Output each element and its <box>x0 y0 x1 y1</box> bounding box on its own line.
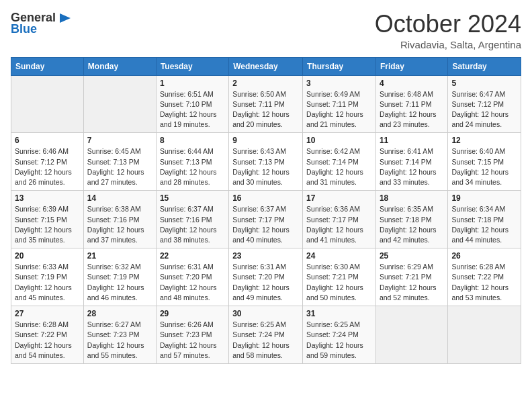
sunrise-text: Sunrise: 6:40 AM <box>451 147 505 155</box>
col-header-tuesday: Tuesday <box>156 57 228 75</box>
calendar-cell <box>83 75 156 133</box>
sunrise-text: Sunrise: 6:42 AM <box>306 147 360 155</box>
day-info: Sunrise: 6:42 AMSunset: 7:14 PMDaylight:… <box>306 146 372 187</box>
calendar-cell: 8Sunrise: 6:44 AMSunset: 7:13 PMDaylight… <box>156 133 228 191</box>
sunset-text: Sunset: 7:19 PM <box>87 273 140 281</box>
day-info: Sunrise: 6:44 AMSunset: 7:13 PMDaylight:… <box>160 146 225 187</box>
sunset-text: Sunset: 7:22 PM <box>451 273 504 281</box>
calendar-cell: 14Sunrise: 6:38 AMSunset: 7:16 PMDayligh… <box>83 191 156 248</box>
sunrise-text: Sunrise: 6:38 AM <box>87 205 141 213</box>
day-number: 7 <box>87 136 152 145</box>
title-block: October 2024 Rivadavia, Salta, Argentina <box>375 11 521 50</box>
sunset-text: Sunset: 7:16 PM <box>160 216 212 224</box>
calendar-table: SundayMondayTuesdayWednesdayThursdayFrid… <box>11 57 521 364</box>
sunrise-text: Sunrise: 6:48 AM <box>380 90 433 98</box>
calendar-cell: 4Sunrise: 6:48 AMSunset: 7:11 PMDaylight… <box>375 75 447 133</box>
day-number: 30 <box>232 309 299 318</box>
sunset-text: Sunset: 7:13 PM <box>160 158 212 166</box>
sunset-text: Sunset: 7:11 PM <box>380 100 432 108</box>
sunset-text: Sunset: 7:15 PM <box>15 216 67 224</box>
calendar-cell: 25Sunrise: 6:29 AMSunset: 7:21 PMDayligh… <box>375 248 447 306</box>
daylight-text: Daylight: 12 hours and 58 minutes. <box>232 341 290 359</box>
daylight-text: Daylight: 12 hours and 57 minutes. <box>160 341 217 359</box>
sunrise-text: Sunrise: 6:36 AM <box>306 205 360 213</box>
daylight-text: Daylight: 12 hours and 34 minutes. <box>451 168 508 186</box>
day-info: Sunrise: 6:46 AMSunset: 7:12 PMDaylight:… <box>15 146 80 187</box>
day-number: 17 <box>306 193 372 203</box>
page: General Blue October 2024 Rivadavia, Sal… <box>0 0 532 411</box>
sunset-text: Sunset: 7:18 PM <box>380 216 432 224</box>
daylight-text: Daylight: 12 hours and 38 minutes. <box>160 226 217 244</box>
daylight-text: Daylight: 12 hours and 26 minutes. <box>15 168 72 186</box>
daylight-text: Daylight: 12 hours and 46 minutes. <box>87 283 144 302</box>
calendar-header-row: SundayMondayTuesdayWednesdayThursdayFrid… <box>11 57 521 75</box>
sunrise-text: Sunrise: 6:31 AM <box>160 263 214 271</box>
day-info: Sunrise: 6:31 AMSunset: 7:20 PMDaylight:… <box>232 262 299 303</box>
sunset-text: Sunset: 7:23 PM <box>160 330 212 338</box>
daylight-text: Daylight: 12 hours and 23 minutes. <box>380 110 437 128</box>
calendar-cell: 29Sunrise: 6:26 AMSunset: 7:23 PMDayligh… <box>156 306 228 364</box>
day-info: Sunrise: 6:28 AMSunset: 7:22 PMDaylight:… <box>451 262 517 303</box>
main-title: October 2024 <box>375 11 521 38</box>
sunrise-text: Sunrise: 6:25 AM <box>232 320 286 328</box>
day-number: 27 <box>15 309 80 318</box>
sunset-text: Sunset: 7:14 PM <box>380 158 432 166</box>
sunset-text: Sunset: 7:11 PM <box>232 100 285 108</box>
day-number: 13 <box>15 193 80 203</box>
sunset-text: Sunset: 7:21 PM <box>306 273 359 281</box>
daylight-text: Daylight: 12 hours and 31 minutes. <box>306 168 363 186</box>
day-number: 3 <box>306 79 372 88</box>
daylight-text: Daylight: 12 hours and 21 minutes. <box>306 110 363 128</box>
subtitle: Rivadavia, Salta, Argentina <box>375 39 521 50</box>
sunset-text: Sunset: 7:15 PM <box>451 158 504 166</box>
sunrise-text: Sunrise: 6:34 AM <box>451 205 505 213</box>
daylight-text: Daylight: 12 hours and 55 minutes. <box>87 341 144 359</box>
daylight-text: Daylight: 12 hours and 35 minutes. <box>15 226 72 244</box>
day-number: 28 <box>87 309 152 318</box>
day-info: Sunrise: 6:35 AMSunset: 7:18 PMDaylight:… <box>380 204 444 245</box>
day-number: 22 <box>160 251 225 261</box>
day-info: Sunrise: 6:37 AMSunset: 7:16 PMDaylight:… <box>160 204 225 245</box>
daylight-text: Daylight: 12 hours and 53 minutes. <box>451 283 508 302</box>
daylight-text: Daylight: 12 hours and 20 minutes. <box>232 110 290 128</box>
day-info: Sunrise: 6:50 AMSunset: 7:11 PMDaylight:… <box>232 89 299 130</box>
day-info: Sunrise: 6:26 AMSunset: 7:23 PMDaylight:… <box>160 320 225 361</box>
daylight-text: Daylight: 12 hours and 30 minutes. <box>232 168 290 186</box>
daylight-text: Daylight: 12 hours and 45 minutes. <box>15 283 72 302</box>
day-number: 6 <box>15 136 80 145</box>
calendar-week-1: 1Sunrise: 6:51 AMSunset: 7:10 PMDaylight… <box>11 75 521 133</box>
header: General Blue October 2024 Rivadavia, Sal… <box>11 11 521 50</box>
day-number: 20 <box>15 251 80 261</box>
calendar-cell: 9Sunrise: 6:43 AMSunset: 7:13 PMDaylight… <box>229 133 303 191</box>
day-number: 15 <box>160 193 225 203</box>
sunrise-text: Sunrise: 6:44 AM <box>160 147 214 155</box>
calendar-cell: 5Sunrise: 6:47 AMSunset: 7:12 PMDaylight… <box>448 75 521 133</box>
day-number: 9 <box>232 136 299 145</box>
day-number: 26 <box>451 251 517 261</box>
day-info: Sunrise: 6:43 AMSunset: 7:13 PMDaylight:… <box>232 146 299 187</box>
day-number: 14 <box>87 193 152 203</box>
day-info: Sunrise: 6:25 AMSunset: 7:24 PMDaylight:… <box>306 320 372 361</box>
col-header-friday: Friday <box>375 57 447 75</box>
sunrise-text: Sunrise: 6:45 AM <box>87 147 141 155</box>
sunrise-text: Sunrise: 6:29 AM <box>380 263 433 271</box>
logo-arrow-icon <box>58 12 72 24</box>
day-info: Sunrise: 6:45 AMSunset: 7:13 PMDaylight:… <box>87 146 152 187</box>
day-info: Sunrise: 6:30 AMSunset: 7:21 PMDaylight:… <box>306 262 372 303</box>
day-number: 29 <box>160 309 225 318</box>
sunset-text: Sunset: 7:17 PM <box>306 216 359 224</box>
calendar-cell: 10Sunrise: 6:42 AMSunset: 7:14 PMDayligh… <box>303 133 376 191</box>
sunset-text: Sunset: 7:18 PM <box>451 216 504 224</box>
calendar-cell: 19Sunrise: 6:34 AMSunset: 7:18 PMDayligh… <box>448 191 521 248</box>
daylight-text: Daylight: 12 hours and 24 minutes. <box>451 110 508 128</box>
daylight-text: Daylight: 12 hours and 37 minutes. <box>87 226 144 244</box>
day-info: Sunrise: 6:31 AMSunset: 7:20 PMDaylight:… <box>160 262 225 303</box>
logo-blue-text: Blue <box>11 22 37 36</box>
day-number: 18 <box>380 193 444 203</box>
calendar-cell: 13Sunrise: 6:39 AMSunset: 7:15 PMDayligh… <box>11 191 84 248</box>
sunset-text: Sunset: 7:12 PM <box>451 100 504 108</box>
sunset-text: Sunset: 7:16 PM <box>87 216 140 224</box>
calendar-cell: 22Sunrise: 6:31 AMSunset: 7:20 PMDayligh… <box>156 248 228 306</box>
day-number: 10 <box>306 136 372 145</box>
daylight-text: Daylight: 12 hours and 33 minutes. <box>380 168 437 186</box>
